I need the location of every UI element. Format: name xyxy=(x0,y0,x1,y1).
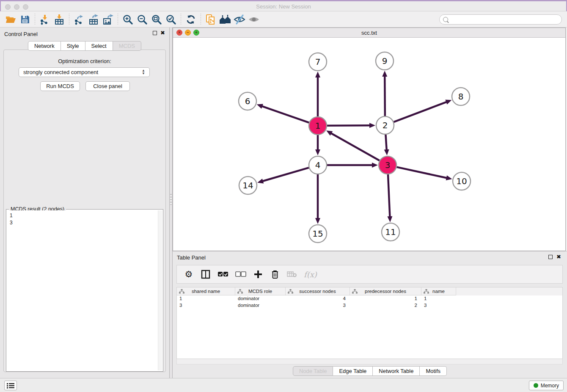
delete-column-icon[interactable] xyxy=(270,268,280,280)
network-window-titlebar[interactable]: × − + scc.txt xyxy=(173,28,565,38)
graph-edge-2-8[interactable] xyxy=(394,102,448,122)
graph-node-label: 2 xyxy=(383,120,388,130)
documents-share-icon[interactable] xyxy=(204,13,218,26)
zoom-selected-icon[interactable] xyxy=(164,13,178,26)
table-cell[interactable]: 1 xyxy=(421,295,456,302)
graph-edge-arrow-icon xyxy=(446,175,452,180)
tab-mcds[interactable]: MCDS xyxy=(113,41,141,51)
table-cell[interactable]: dominator xyxy=(235,302,286,309)
table-cell[interactable]: 3 xyxy=(421,302,456,309)
eye-slash-icon[interactable] xyxy=(232,13,247,26)
status-bar: Memory xyxy=(0,378,567,392)
graph-node-label: 8 xyxy=(458,91,464,102)
criterion-value: strongly connected component xyxy=(23,69,98,75)
mcds-result-text[interactable]: 1 3 xyxy=(7,210,158,370)
result-scrollbar[interactable] xyxy=(158,210,162,370)
tab-select[interactable]: Select xyxy=(85,41,113,51)
float-panel-icon[interactable] xyxy=(153,31,157,35)
graph-node-label: 3 xyxy=(385,160,391,170)
close-table-panel-icon[interactable]: ✖ xyxy=(556,255,561,259)
toolbar-separator xyxy=(181,14,181,25)
columns-icon[interactable] xyxy=(201,268,211,280)
gear-icon[interactable]: ⚙ xyxy=(184,268,194,280)
table-cell[interactable]: 3 xyxy=(177,302,235,309)
mcds-result-group: MCDS result (2 nodes) 1 3 xyxy=(6,209,163,372)
zoom-fit-icon[interactable] xyxy=(149,13,164,26)
window-title: Session: New Session xyxy=(1,3,566,10)
tab-network-table[interactable]: Network Table xyxy=(373,366,420,376)
memory-button[interactable]: Memory xyxy=(529,381,564,390)
zoom-in-icon[interactable] xyxy=(121,13,135,26)
table-cell[interactable]: dominator xyxy=(235,295,286,302)
graph-node-label: 6 xyxy=(245,96,250,106)
tab-style[interactable]: Style xyxy=(61,41,85,51)
save-session-icon[interactable] xyxy=(18,13,32,26)
import-network-icon[interactable] xyxy=(38,13,52,26)
table-panel-title: Table Panel xyxy=(177,254,206,261)
export-network-icon[interactable] xyxy=(72,13,86,26)
deselect-all-icon[interactable] xyxy=(235,268,246,280)
graph-node-label: 4 xyxy=(315,160,321,170)
graph-edge-3-10[interactable] xyxy=(396,167,447,178)
tab-node-table[interactable]: Node Table xyxy=(293,366,333,376)
table-cell[interactable]: 3 xyxy=(286,302,350,309)
panel-splitter[interactable] xyxy=(169,28,173,378)
import-table-icon[interactable] xyxy=(52,13,66,26)
column-header-MCDS-role[interactable]: MCDS role xyxy=(235,287,286,295)
close-panel-icon[interactable]: ✖ xyxy=(160,31,165,35)
network-window-title: scc.txt xyxy=(173,30,565,36)
table-cell[interactable]: 1 xyxy=(350,295,421,302)
graph-edge-arrow-icon xyxy=(387,216,392,222)
criterion-dropdown[interactable]: strongly connected component ▲▼ xyxy=(19,67,150,77)
close-panel-button[interactable]: Close panel xyxy=(85,81,130,91)
column-header-name[interactable]: name xyxy=(421,287,456,295)
delete-table-icon[interactable] xyxy=(287,268,297,280)
table-cell[interactable]: 2 xyxy=(350,302,421,309)
graph-edge-arrow-icon xyxy=(372,163,378,168)
column-header-successor-nodes[interactable]: successor nodes xyxy=(286,287,350,295)
graph-edge-3-11[interactable] xyxy=(388,174,390,218)
table-row[interactable]: 3dominator323 xyxy=(177,302,562,309)
graph-node-label: 9 xyxy=(382,56,388,66)
graph-edge-3-1[interactable] xyxy=(330,133,380,161)
column-header-shared-name[interactable]: shared name xyxy=(177,287,235,295)
open-session-icon[interactable] xyxy=(3,13,18,26)
control-panel-tabs: NetworkStyleSelectMCDS xyxy=(0,41,169,51)
graph-node-label: 7 xyxy=(315,57,321,67)
table-row[interactable]: 1dominator411 xyxy=(177,295,562,302)
table-cell[interactable]: 4 xyxy=(286,295,350,302)
graph-edge-2-3[interactable] xyxy=(385,135,386,151)
function-builder-icon[interactable]: f(x) xyxy=(304,268,317,280)
node-table: shared nameMCDS rolesuccessor nodesprede… xyxy=(176,287,563,359)
search-box[interactable] xyxy=(439,14,562,25)
graph-edge-4-14[interactable] xyxy=(262,168,309,181)
table-horizontal-scrollbar[interactable] xyxy=(176,359,563,364)
refresh-icon[interactable] xyxy=(184,13,198,26)
toolbar-separator xyxy=(35,14,35,25)
toolbar-separator xyxy=(201,14,201,25)
graph-edge-1-6[interactable] xyxy=(261,106,309,123)
tab-motifs[interactable]: Motifs xyxy=(420,366,447,376)
table-cell[interactable]: 1 xyxy=(177,295,235,302)
run-mcds-button[interactable]: Run MCDS xyxy=(40,81,80,91)
select-all-icon[interactable] xyxy=(217,268,228,280)
graph-edge-2-9[interactable] xyxy=(385,75,385,116)
graph-edge-arrow-icon xyxy=(257,179,264,184)
add-column-icon[interactable] xyxy=(253,268,263,280)
export-image-icon[interactable] xyxy=(101,13,115,26)
tab-edge-table[interactable]: Edge Table xyxy=(333,366,373,376)
main-toolbar xyxy=(0,11,567,28)
graph-node-label: 15 xyxy=(312,229,323,239)
tab-network[interactable]: Network xyxy=(28,41,61,51)
column-header-predecessor-nodes[interactable]: predecessor nodes xyxy=(350,287,421,295)
houses-icon[interactable] xyxy=(218,13,232,26)
network-canvas[interactable]: 7968124314101511 xyxy=(173,38,565,251)
zoom-out-icon[interactable] xyxy=(135,13,149,26)
search-input[interactable] xyxy=(450,17,558,22)
float-table-panel-icon[interactable] xyxy=(548,255,553,259)
graph-edge-1-2[interactable] xyxy=(327,125,371,126)
task-history-button[interactable] xyxy=(4,381,17,390)
export-table-icon[interactable] xyxy=(86,13,101,26)
eye-icon[interactable] xyxy=(247,13,261,26)
splitter-grip-icon[interactable] xyxy=(170,194,172,205)
